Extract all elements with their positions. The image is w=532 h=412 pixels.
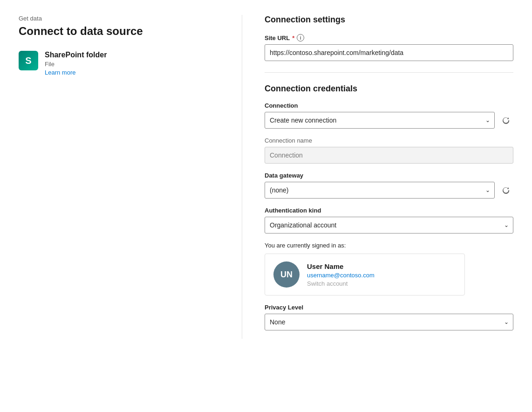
data-gateway-group: Data gateway (none) ⌄ (265, 172, 513, 199)
connection-select[interactable]: Create new connection (265, 112, 495, 129)
required-star: * (292, 34, 294, 41)
info-icon[interactable]: i (297, 34, 304, 41)
auth-kind-select-wrapper: Organizational account ⌄ (265, 217, 513, 233)
user-info: User Name username@contoso.com Switch ac… (307, 262, 375, 287)
auth-kind-select[interactable]: Organizational account (265, 217, 513, 233)
connection-select-wrapper: Create new connection ⌄ (265, 112, 495, 129)
connection-label: Connection (265, 102, 513, 109)
connector-info: S SharePoint folder File Learn more (19, 51, 223, 76)
data-gateway-select[interactable]: (none) (265, 182, 495, 199)
connection-select-row: Create new connection ⌄ (265, 112, 513, 129)
switch-account-button[interactable]: Switch account (307, 280, 375, 287)
auth-kind-label: Authentication kind (265, 207, 513, 214)
signed-in-label: You are currently signed in as: (265, 242, 513, 249)
right-panel: Connection settings Site URL * i Connect… (242, 15, 513, 339)
refresh-icon (502, 186, 510, 194)
data-gateway-label: Data gateway (265, 172, 513, 179)
connector-details: SharePoint folder File Learn more (45, 51, 107, 76)
site-url-label: Site URL * i (265, 34, 513, 41)
connector-type: File (45, 61, 107, 68)
refresh-icon (502, 117, 510, 124)
section-divider (265, 72, 513, 73)
privacy-level-select[interactable]: None (265, 314, 513, 330)
learn-more-link[interactable]: Learn more (45, 69, 107, 76)
site-url-input[interactable] (265, 44, 513, 61)
avatar: UN (273, 261, 300, 288)
connection-name-label: Connection name (265, 137, 513, 144)
connection-name-group: Connection name (265, 137, 513, 164)
privacy-level-label: Privacy Level (265, 304, 513, 311)
user-email: username@contoso.com (307, 272, 375, 279)
page-title: Connect to data source (19, 25, 223, 38)
user-card: UN User Name username@contoso.com Switch… (265, 254, 465, 295)
breadcrumb: Get data (19, 15, 223, 22)
connector-name: SharePoint folder (45, 51, 107, 59)
privacy-level-select-wrapper: None ⌄ (265, 314, 513, 330)
connection-refresh-button[interactable] (498, 113, 513, 128)
auth-kind-group: Authentication kind Organizational accou… (265, 207, 513, 233)
connection-group: Connection Create new connection ⌄ (265, 102, 513, 129)
signed-in-group: You are currently signed in as: UN User … (265, 242, 513, 295)
privacy-level-group: Privacy Level None ⌄ (265, 304, 513, 330)
data-gateway-select-row: (none) ⌄ (265, 182, 513, 199)
connection-settings-title: Connection settings (265, 15, 513, 25)
site-url-group: Site URL * i (265, 34, 513, 61)
user-name: User Name (307, 262, 375, 270)
connector-icon: S (19, 51, 38, 70)
data-gateway-refresh-button[interactable] (498, 183, 513, 198)
connection-credentials-title: Connection credentials (265, 84, 513, 94)
data-gateway-select-wrapper: (none) ⌄ (265, 182, 495, 199)
connection-name-input[interactable] (265, 147, 513, 164)
